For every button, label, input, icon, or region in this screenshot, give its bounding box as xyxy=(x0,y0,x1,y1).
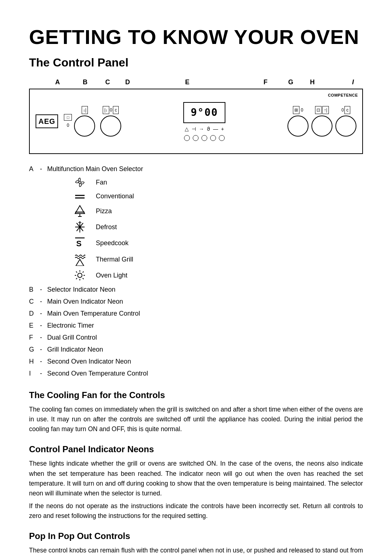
label-C: C xyxy=(105,77,110,87)
defrost-icon xyxy=(73,221,87,233)
item-desc-H: Second Oven Indicator Neon xyxy=(47,357,363,366)
knob-f-top-icons: ⊞ 0 xyxy=(293,106,303,114)
item-dash-G: - xyxy=(40,345,47,355)
item-row-F: F - Dual Grill Control xyxy=(29,333,363,343)
timer-btn-temp[interactable]: ϑ xyxy=(207,125,210,133)
timer-btn-next[interactable]: → xyxy=(199,125,204,133)
items-list: B - Selector Indicator Neon C - Main Ove… xyxy=(29,285,363,378)
item-desc-D: Main Oven Temperature Control xyxy=(47,309,363,319)
item-dash-F: - xyxy=(40,333,47,343)
knob-f-group: ⊞ 0 xyxy=(287,106,309,137)
knob-g[interactable] xyxy=(311,116,332,137)
item-dash-I: - xyxy=(40,369,47,378)
cooling-fan-title: The Cooling Fan for the Controls xyxy=(29,389,363,402)
thermal-grill-label: Thermal Grill xyxy=(96,255,133,264)
svg-point-19 xyxy=(78,273,82,278)
knob-i[interactable] xyxy=(335,116,356,137)
knob-gh-top-icons: ⊡ ↑| xyxy=(315,106,328,114)
selector-item-fan: Fan xyxy=(73,177,363,188)
label-H: H xyxy=(310,77,315,87)
item-desc-C: Main Oven Indicator Neon xyxy=(47,297,363,307)
panel-right-section: ⊞ 0 ⊡ ↑| 0 c xyxy=(287,106,356,137)
item-dash-B: - xyxy=(40,285,47,295)
item-desc-F: Dual Grill Control xyxy=(47,333,363,343)
timer-circle-5 xyxy=(219,135,225,141)
item-dash-D: - xyxy=(40,309,47,319)
pop-controls-section: Pop In Pop Out Controls These control kn… xyxy=(29,530,363,555)
knob-f[interactable] xyxy=(287,116,309,137)
selector-a-box: □ xyxy=(64,114,72,121)
knob-h-up-icon: ↑| xyxy=(322,106,328,114)
knob-a[interactable] xyxy=(74,116,95,137)
fan-label: Fan xyxy=(96,178,107,187)
knob-i-group: 0 c xyxy=(335,106,356,137)
timer-circles xyxy=(184,135,225,141)
svg-point-0 xyxy=(79,181,81,183)
pizza-icon xyxy=(73,205,87,217)
cooling-fan-section: The Cooling Fan for the Controls The coo… xyxy=(29,389,363,434)
pop-controls-text: These control knobs can remain flush wit… xyxy=(29,546,363,555)
label-A: A xyxy=(55,77,60,87)
knob-a-top-icons: ↓| xyxy=(82,106,88,114)
item-row-A: A - Multifunction Main Oven Selector xyxy=(29,164,363,174)
panel-center-section: 9°00 △ ⊣ → ϑ — + xyxy=(125,102,284,141)
item-row-H: H - Second Oven Indicator Neon xyxy=(29,357,363,366)
selector-a-area: □ 0 xyxy=(64,114,72,129)
grill-icon-f: ⊞ xyxy=(293,106,299,114)
timer-btn-minus[interactable]: — xyxy=(213,125,218,133)
item-letter-B: B xyxy=(29,285,40,295)
knob-g-box: ⊡ xyxy=(315,106,322,114)
control-panel-diagram: COMPETENCE AEG □ 0 ↓| |↓ xyxy=(29,89,363,154)
aeg-logo: AEG xyxy=(36,114,58,128)
knob-cd-top-icons: |↓ 0 c xyxy=(103,106,119,114)
speedcook-icon: S xyxy=(73,237,87,249)
item-dash-C: - xyxy=(40,297,47,307)
pop-controls-title: Pop In Pop Out Controls xyxy=(29,530,363,543)
conventional-icon xyxy=(73,193,87,200)
oven-light-icon xyxy=(73,270,87,281)
timer-btn-prev[interactable]: ⊣ xyxy=(192,125,196,133)
item-row-E: E - Electronic Timer xyxy=(29,321,363,331)
item-row-C: C - Main Oven Indicator Neon xyxy=(29,297,363,307)
cooling-fan-text: The cooling fan comes on immediately whe… xyxy=(29,405,363,434)
item-desc-E: Electronic Timer xyxy=(47,321,363,331)
item-row-G: G - Grill Indicator Neon xyxy=(29,345,363,355)
label-E: E xyxy=(185,77,189,87)
svg-line-25 xyxy=(83,278,84,279)
knob-i-top-icons: 0 c xyxy=(342,106,351,114)
selector-a-icon: □ xyxy=(67,114,69,121)
item-desc-B: Selector Indicator Neon xyxy=(47,285,363,295)
defrost-label: Defrost xyxy=(96,222,117,232)
label-I: I xyxy=(352,77,354,87)
oven-light-label: Oven Light xyxy=(96,271,127,280)
item-dash-A: - xyxy=(40,164,47,174)
knob-i-zero: 0 xyxy=(342,107,344,113)
indicator-neons-text-1: These lights indicate whether the grill … xyxy=(29,459,363,498)
knob-cd-group: |↓ 0 c xyxy=(100,106,121,137)
knob-i-box: c xyxy=(344,106,350,114)
knob-f-zero: 0 xyxy=(301,107,303,113)
item-dash-H: - xyxy=(40,357,47,366)
timer-display: 9°00 xyxy=(183,102,225,123)
timer-circle-1 xyxy=(184,135,190,141)
timer-circle-2 xyxy=(193,135,199,141)
timer-btn-plus[interactable]: + xyxy=(221,125,224,133)
item-letter-H: H xyxy=(29,357,40,366)
knob-cd[interactable] xyxy=(100,116,121,137)
item-letter-G: G xyxy=(29,345,40,355)
timer-btn-alarm[interactable]: △ xyxy=(185,125,189,133)
label-D: D xyxy=(125,77,130,87)
knob-a-down-icon: ↓| xyxy=(82,106,88,114)
selector-item-conventional: Conventional xyxy=(73,191,363,201)
selector-item-speedcook: S Speedcook xyxy=(73,237,363,249)
svg-line-27 xyxy=(76,278,77,279)
pizza-label: Pizza xyxy=(96,206,112,216)
timer-circle-4 xyxy=(210,135,216,141)
item-letter-E: E xyxy=(29,321,40,331)
item-dash-E: - xyxy=(40,321,47,331)
knob-c-down-icon: |↓ xyxy=(103,106,109,114)
panel-left-section: AEG □ 0 ↓| |↓ 0 c xyxy=(36,106,121,137)
knob-d-box: c xyxy=(113,106,119,114)
items-section: A - Multifunction Main Oven Selector Fan xyxy=(29,164,363,378)
speedcook-label: Speedcook xyxy=(96,238,128,248)
